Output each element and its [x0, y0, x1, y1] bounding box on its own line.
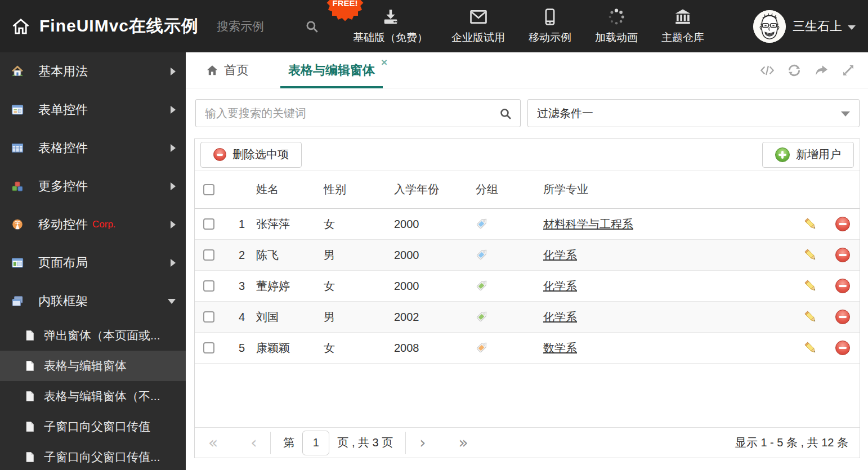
chevron-right-icon	[171, 144, 176, 152]
sidebar-item-basic-usage[interactable]: 基本用法	[0, 52, 186, 91]
cell-gender: 男	[316, 310, 386, 325]
cell-gender: 男	[316, 248, 386, 263]
table-row: 5 康颖颖 女 2008 数学系	[195, 333, 860, 364]
col-header-name[interactable]: 姓名	[248, 182, 316, 197]
row-checkbox[interactable]	[203, 218, 214, 230]
row-number: 5	[223, 342, 248, 355]
delete-selected-button[interactable]: 删除选中项	[200, 142, 302, 168]
cubes-icon	[11, 180, 24, 193]
main-content: 首页 表格与编辑窗体 ×	[186, 52, 868, 470]
record-summary: 显示 1 - 5 条 , 共 12 条	[735, 435, 852, 450]
keyword-search-input[interactable]	[196, 107, 520, 120]
tab-home[interactable]: 首页	[202, 52, 253, 88]
row-checkbox[interactable]	[203, 280, 214, 292]
tab-grid-edit-window[interactable]: 表格与编辑窗体 ×	[280, 52, 383, 88]
tag-icon	[476, 247, 489, 261]
edit-icon[interactable]	[803, 278, 818, 294]
file-icon	[25, 360, 35, 371]
nav-item-basic-edition[interactable]: FREE! 基础版（免费）	[353, 7, 428, 45]
major-link[interactable]: 材料科学与工程系	[543, 218, 633, 230]
sidebar-subitem-child-to-parent[interactable]: 子窗口向父窗口传值	[0, 411, 186, 442]
row-number: 2	[223, 249, 248, 262]
sidebar-item-mobile-controls[interactable]: 移动控件 Corp.	[0, 205, 186, 244]
spinner-icon	[607, 7, 626, 26]
edit-icon[interactable]	[803, 340, 818, 356]
delete-icon[interactable]	[835, 217, 850, 231]
frames-icon	[11, 295, 24, 307]
home-icon[interactable]	[11, 17, 30, 36]
refresh-icon[interactable]	[787, 63, 802, 78]
tag-icon	[476, 278, 489, 292]
sidebar-item-more-controls[interactable]: 更多控件	[0, 167, 186, 205]
edit-icon[interactable]	[803, 309, 818, 325]
chevron-right-icon	[171, 68, 176, 75]
row-checkbox[interactable]	[203, 311, 214, 323]
cell-name: 陈飞	[248, 248, 316, 263]
page-number-input[interactable]	[302, 431, 329, 455]
major-link[interactable]: 数学系	[543, 342, 577, 354]
tag-icon	[476, 309, 489, 323]
share-icon[interactable]	[814, 63, 829, 78]
page-prefix: 第	[283, 435, 294, 450]
row-number: 4	[223, 311, 248, 324]
edit-icon[interactable]	[803, 216, 818, 232]
sidebar-subitem-grid-edit-window[interactable]: 表格与编辑窗体	[0, 351, 186, 381]
app-window: FineUIMvc在线示例 FREE! 基础版（免费） 企业版试用	[0, 0, 868, 470]
sidebar-item-grid-controls[interactable]: 表格控件	[0, 129, 186, 167]
cell-name: 刘国	[248, 310, 316, 325]
source-code-icon[interactable]	[760, 63, 775, 78]
delete-icon[interactable]	[835, 248, 850, 262]
col-header-major[interactable]: 所学专业	[535, 182, 795, 197]
nav-item-mobile-demo[interactable]: 移动示例	[529, 7, 571, 45]
sidebar-subitem-grid-edit-window-2[interactable]: 表格与编辑窗体（不...	[0, 381, 186, 411]
tab-bar: 首页 表格与编辑窗体 ×	[186, 52, 868, 88]
add-user-button[interactable]: 新增用户	[762, 142, 854, 168]
row-checkbox[interactable]	[203, 249, 214, 261]
search-icon[interactable]	[305, 19, 319, 34]
form-icon	[11, 104, 24, 116]
delete-icon[interactable]	[835, 279, 850, 293]
table-row: 1 张萍萍 女 2000 材料科学与工程系	[195, 209, 860, 240]
avatar	[753, 10, 786, 43]
home-icon	[11, 65, 24, 78]
select-all-checkbox[interactable]	[203, 184, 214, 195]
major-link[interactable]: 化学系	[543, 249, 577, 261]
nav-item-theme-repo[interactable]: 主题仓库	[661, 7, 704, 45]
first-page-button[interactable]: «	[203, 435, 223, 451]
sidebar-item-page-layout[interactable]: 页面布局	[0, 244, 186, 282]
last-page-button[interactable]: »	[453, 435, 473, 451]
delete-icon[interactable]	[835, 341, 850, 355]
sidebar-item-form-controls[interactable]: 表单控件	[0, 91, 186, 129]
file-icon	[25, 330, 35, 341]
filter-dropdown[interactable]: 过滤条件一	[527, 99, 860, 127]
header-search-input[interactable]	[217, 20, 301, 33]
sidebar-subitem-popup-window[interactable]: 弹出窗体（本页面或...	[0, 320, 186, 351]
pagination-bar: « ‹ 第 页 , 共 3 页 › » 显示 1 - 5 条 , 共 12 条	[195, 427, 860, 458]
col-header-group[interactable]: 分组	[468, 182, 535, 197]
expand-icon[interactable]	[841, 63, 856, 78]
edit-icon[interactable]	[803, 247, 818, 263]
col-header-gender[interactable]: 性别	[316, 182, 386, 197]
sidebar-subitem-child-to-parent-2[interactable]: 子窗口向父窗口传值...	[0, 442, 186, 470]
row-checkbox[interactable]	[203, 342, 214, 353]
chevron-right-icon	[171, 221, 176, 229]
row-number: 1	[223, 218, 248, 231]
search-icon[interactable]	[499, 107, 512, 120]
close-icon[interactable]: ×	[381, 57, 387, 68]
nav-item-enterprise-trial[interactable]: 企业版试用	[451, 7, 505, 45]
nav-item-loading-animation[interactable]: 加载动画	[595, 7, 638, 45]
header-nav: FREE! 基础版（免费） 企业版试用 移动示例	[353, 7, 704, 45]
antenna-icon	[11, 218, 24, 231]
free-badge: FREE!	[327, 0, 363, 21]
prev-page-button[interactable]: ‹	[245, 435, 262, 451]
major-link[interactable]: 化学系	[543, 280, 577, 292]
sidebar-item-iframe[interactable]: 内联框架	[0, 282, 186, 320]
major-link[interactable]: 化学系	[543, 311, 577, 323]
col-header-year[interactable]: 入学年份	[386, 182, 468, 197]
delete-icon[interactable]	[835, 310, 850, 324]
divider	[405, 432, 406, 454]
next-page-button[interactable]: ›	[414, 435, 431, 451]
cell-name: 张萍萍	[248, 217, 316, 232]
cell-year: 2000	[386, 218, 468, 231]
user-menu[interactable]: 三生石上	[753, 10, 856, 43]
